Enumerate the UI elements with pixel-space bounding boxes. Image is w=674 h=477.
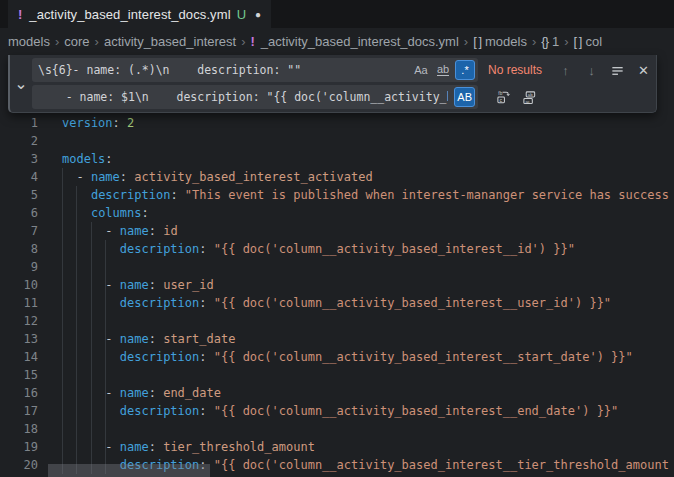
- code-line[interactable]: 18: [0, 420, 674, 438]
- breadcrumb-item[interactable]: models: [8, 34, 50, 49]
- whole-word-icon: ab: [437, 64, 449, 76]
- find-input-box: Aa ab .*: [32, 58, 478, 82]
- object-symbol-icon: {}: [541, 34, 548, 49]
- replace-button[interactable]: c fb: [493, 87, 514, 108]
- line-number[interactable]: 13: [0, 330, 38, 348]
- toggle-replace-button[interactable]: ⌄: [10, 58, 32, 109]
- line-number[interactable]: 3: [0, 150, 38, 168]
- breadcrumb-item[interactable]: {}1: [541, 34, 559, 49]
- breadcrumb-item[interactable]: [ ]models: [473, 34, 527, 49]
- line-number[interactable]: 7: [0, 222, 38, 240]
- code-line-text: version: 2: [62, 114, 134, 132]
- code-line-text: - name: start_date: [62, 330, 235, 348]
- code-line[interactable]: 14 description: "{{ doc('column__activit…: [0, 348, 674, 366]
- replace-all-button[interactable]: ab ac: [519, 87, 540, 108]
- svg-text:c: c: [499, 96, 502, 102]
- code-line[interactable]: 3models:: [0, 150, 674, 168]
- tab-activity-docs[interactable]: ! _activity_based_interest_docs.yml U ●: [8, 0, 271, 28]
- close-icon: ✕: [638, 63, 649, 78]
- whole-word-button[interactable]: ab: [433, 60, 453, 80]
- line-number[interactable]: 1: [0, 114, 38, 132]
- line-number[interactable]: 9: [0, 258, 38, 276]
- code-line[interactable]: 19 - name: tier_threshold_amount: [0, 438, 674, 456]
- breadcrumb-label: activity_based_interest: [104, 34, 236, 49]
- breadcrumb-label: _activity_based_interest_docs.yml: [261, 34, 459, 49]
- code-line[interactable]: 10 - name: user_id: [0, 276, 674, 294]
- line-number[interactable]: 20: [0, 456, 38, 474]
- code-line-text: - name: id: [62, 222, 178, 240]
- code-content: 1version: 223models:4 - name: activity_b…: [0, 114, 674, 474]
- line-number[interactable]: 15: [0, 366, 38, 384]
- line-number[interactable]: 12: [0, 312, 38, 330]
- find-in-selection-icon: [610, 63, 625, 78]
- line-number[interactable]: 6: [0, 204, 38, 222]
- code-line[interactable]: 6 columns:: [0, 204, 674, 222]
- code-line[interactable]: 5 description: "This event is published …: [0, 186, 674, 204]
- horizontal-scrollbar[interactable]: [48, 464, 210, 477]
- find-input[interactable]: [32, 63, 411, 77]
- code-line[interactable]: 16 - name: end_date: [0, 384, 674, 402]
- code-line[interactable]: 11 description: "{{ doc('column__activit…: [0, 294, 674, 312]
- breadcrumb-item[interactable]: core: [64, 34, 89, 49]
- line-number[interactable]: 10: [0, 276, 38, 294]
- breadcrumb-item[interactable]: activity_based_interest: [104, 34, 236, 49]
- code-line[interactable]: 13 - name: start_date: [0, 330, 674, 348]
- find-in-selection-button[interactable]: [607, 60, 628, 81]
- array-symbol-icon: [ ]: [574, 34, 582, 49]
- code-line[interactable]: 4 - name: activity_based_interest_activa…: [0, 168, 674, 186]
- close-button[interactable]: ✕: [633, 60, 654, 81]
- breadcrumb-label: core: [64, 34, 89, 49]
- line-number[interactable]: 18: [0, 420, 38, 438]
- breadcrumb-label: col: [585, 34, 602, 49]
- next-match-button[interactable]: ↓: [581, 60, 602, 81]
- preserve-case-button[interactable]: AB: [454, 87, 475, 107]
- code-line-text: description: "{{ doc('column__activity_b…: [62, 402, 618, 420]
- modified-dot-icon[interactable]: ●: [255, 9, 261, 20]
- chevron-down-icon: ⌄: [14, 79, 27, 89]
- line-number[interactable]: 5: [0, 186, 38, 204]
- line-number[interactable]: 4: [0, 168, 38, 186]
- code-line-text: description: "{{ doc('column__activity_b…: [62, 348, 633, 366]
- code-line[interactable]: 8 description: "{{ doc('column__activity…: [0, 240, 674, 258]
- breadcrumb-label: 1: [552, 34, 559, 49]
- code-line[interactable]: 2: [0, 132, 674, 150]
- yaml-file-icon: !: [18, 7, 22, 22]
- replace-all-icon: ab ac: [522, 90, 537, 105]
- code-line[interactable]: 17 description: "{{ doc('column__activit…: [0, 402, 674, 420]
- line-number[interactable]: 19: [0, 438, 38, 456]
- code-line-text: - name: activity_based_interest_activate…: [62, 168, 373, 186]
- breadcrumb-separator-icon: ›: [50, 34, 64, 49]
- line-number[interactable]: 16: [0, 384, 38, 402]
- line-number[interactable]: 17: [0, 402, 38, 420]
- code-line-text: columns:: [62, 204, 149, 222]
- breadcrumb-separator-icon: ›: [559, 34, 573, 49]
- code-line-text: - name: end_date: [62, 384, 221, 402]
- line-number[interactable]: 11: [0, 294, 38, 312]
- editor-pane[interactable]: 1version: 223models:4 - name: activity_b…: [0, 54, 674, 477]
- breadcrumb-separator-icon: ›: [90, 34, 104, 49]
- svg-text:fb: fb: [498, 90, 502, 95]
- code-line[interactable]: 1version: 2: [0, 114, 674, 132]
- code-line-text: description: "{{ doc('column__activity_b…: [62, 240, 575, 258]
- code-line-text: description: "This event is published wh…: [62, 186, 669, 204]
- breadcrumb-item[interactable]: !_activity_based_interest_docs.yml: [251, 34, 459, 49]
- code-line[interactable]: 7 - name: id: [0, 222, 674, 240]
- code-line[interactable]: 12: [0, 312, 674, 330]
- previous-match-button[interactable]: ↑: [555, 60, 576, 81]
- code-line-text: description: "{{ doc('column__activity_b…: [62, 294, 611, 312]
- breadcrumb-label: models: [485, 34, 527, 49]
- regex-button[interactable]: .*: [455, 60, 475, 80]
- line-number[interactable]: 8: [0, 240, 38, 258]
- breadcrumb-item[interactable]: [ ]col: [574, 34, 602, 49]
- line-number[interactable]: 2: [0, 132, 38, 150]
- code-line[interactable]: 15: [0, 366, 674, 384]
- code-line-text: - name: user_id: [62, 276, 214, 294]
- line-number[interactable]: 14: [0, 348, 38, 366]
- vscode-window: ! _activity_based_interest_docs.yml U ● …: [0, 0, 674, 477]
- replace-input[interactable]: [32, 90, 454, 104]
- breadcrumb: models›core›activity_based_interest›!_ac…: [0, 28, 674, 54]
- code-line[interactable]: 9: [0, 258, 674, 276]
- array-symbol-icon: [ ]: [473, 34, 481, 49]
- breadcrumb-separator-icon: ›: [236, 34, 250, 49]
- match-case-button[interactable]: Aa: [411, 60, 431, 80]
